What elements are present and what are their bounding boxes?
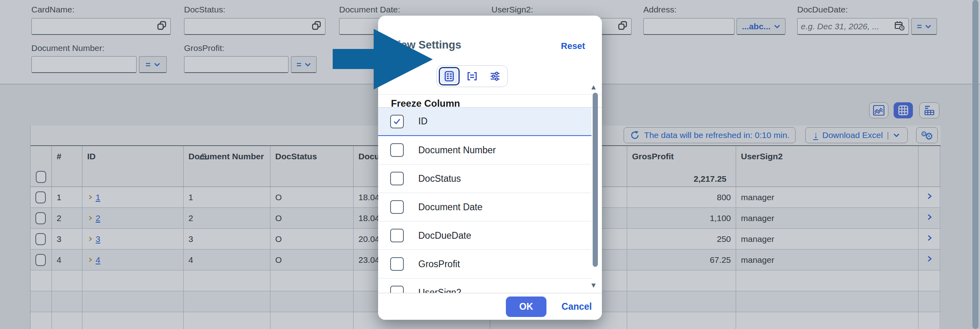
ok-button[interactable]: OK [506,297,546,317]
item-label: Document Number [418,145,496,156]
columns-table-icon [443,70,455,82]
settings-tab-strip [436,65,508,87]
item-label: DocDueDate [418,230,471,241]
item-label: GrosProfit [418,259,460,270]
item-label: ID [418,116,428,127]
freeze-column-item[interactable]: Document Date [378,193,591,221]
item-checkbox[interactable] [390,172,404,185]
item-label: Document Date [418,202,483,213]
dialog-divider [378,94,602,95]
dialog-title: View Settings [391,39,461,51]
freeze-column-item[interactable]: DocStatus [378,164,591,193]
item-checkbox[interactable] [390,229,404,242]
cancel-button[interactable]: Cancel [562,301,592,312]
tab-columns[interactable] [439,67,460,85]
freeze-column-item[interactable]: ID [378,108,591,136]
item-checkbox[interactable] [390,257,404,271]
item-label: DocStatus [418,173,461,184]
dialog-footer: OK Cancel [378,293,602,320]
item-checkbox[interactable] [390,200,404,214]
sliders-icon [489,70,501,82]
tab-filter[interactable] [485,67,505,85]
item-checkbox[interactable] [390,143,404,157]
tab-sort[interactable] [462,67,483,85]
freeze-column-item[interactable]: GrosProfit [378,250,591,278]
freeze-column-item[interactable]: DocDueDate [378,221,591,250]
item-checkbox[interactable] [390,115,404,128]
scroll-up-icon[interactable]: ▲ [590,83,597,91]
freeze-column-list: IDDocument NumberDocStatusDocument DateD… [378,108,591,309]
sort-brackets-icon [466,70,478,82]
view-settings-dialog: View Settings Reset [378,16,602,320]
scroll-down-icon[interactable]: ▼ [590,281,597,290]
reset-button[interactable]: Reset [561,41,585,51]
dialog-scrollbar-thumb[interactable] [593,93,598,267]
freeze-column-item[interactable]: Document Number [378,136,591,164]
